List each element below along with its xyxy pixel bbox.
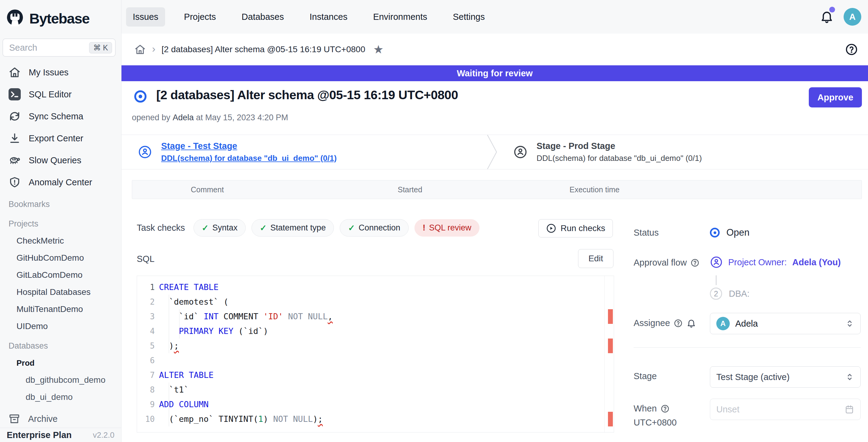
indent-guide	[179, 309, 180, 339]
sql-line-1: 1CREATE TABLE	[137, 280, 614, 294]
search-shortcut-badge: ⌘ K	[89, 42, 112, 54]
database-env-prod: Prod	[0, 354, 121, 372]
error-icon: !	[423, 223, 426, 232]
sync-icon	[8, 110, 21, 122]
sidebar-project-gitlabcomdemo[interactable]: GitLabComDemo	[0, 266, 121, 284]
chevron-up-down-icon	[845, 372, 854, 382]
issue-title: [2 databases] Alter schema @05-15 16:19 …	[156, 88, 458, 102]
sidebar-item-export-center[interactable]: Export Center	[0, 127, 121, 149]
brand-logo[interactable]: Bytebase	[0, 0, 121, 31]
star-icon[interactable]: ★	[373, 43, 384, 56]
stage-test-stage[interactable]: Stage - Test Stage DDL(schema) for datab…	[138, 135, 337, 169]
sidebar-item-archive[interactable]: Archive	[0, 409, 121, 429]
check-pill-syntax[interactable]: ✓Syntax	[193, 219, 246, 236]
approve-button[interactable]: Approve	[809, 87, 862, 107]
sidebar-database-db_ui_demo[interactable]: db_ui_demo	[0, 388, 121, 406]
sidebar-project-hospital-databases[interactable]: Hospital Databases	[0, 284, 121, 301]
stage-title[interactable]: Stage - Test Stage	[161, 141, 337, 151]
breadcrumb-title[interactable]: [2 databases] Alter schema @05-15 16:19 …	[161, 44, 365, 54]
stage-task-link[interactable]: DDL(schema) for database "db_ui_demo" (0…	[161, 154, 337, 163]
sql-code: 1CREATE TABLE2 `demotest` (3 `id` INT CO…	[137, 280, 614, 427]
issue-author[interactable]: Adela	[173, 113, 194, 122]
stage-pipeline: Stage - Test Stage DDL(schema) for datab…	[121, 135, 868, 169]
notifications-bell-icon[interactable]	[820, 10, 834, 24]
line-number: 9	[137, 397, 155, 412]
when-datetime-input[interactable]: Unset	[710, 399, 861, 420]
sql-line-4: 4 PRIMARY KEY (`id`)	[137, 324, 614, 339]
stage-select-label: Stage	[633, 371, 657, 381]
turtle-icon	[8, 154, 21, 166]
tab-environments[interactable]: Environments	[366, 7, 434, 27]
user-avatar[interactable]: A	[844, 8, 861, 26]
stage-select[interactable]: Test Stage (active)	[710, 366, 861, 388]
line-number: 2	[137, 294, 155, 309]
stage-prod-stage[interactable]: Stage - Prod Stage DDL(schema) for datab…	[513, 135, 702, 169]
projects-section-header: Projects	[0, 215, 121, 232]
run-checks-label: Run checks	[561, 223, 605, 233]
help-icon[interactable]	[845, 43, 858, 56]
approver-role: DBA:	[729, 289, 750, 299]
tab-databases[interactable]: Databases	[235, 7, 291, 27]
edit-sql-button[interactable]: Edit	[578, 249, 614, 268]
sidebar-item-anomaly-center[interactable]: Anomaly Center	[0, 171, 121, 193]
home-icon[interactable]	[134, 44, 146, 55]
check-pill-statement-type[interactable]: ✓Statement type	[251, 219, 334, 236]
sidebar-project-uidemo[interactable]: UIDemo	[0, 318, 121, 335]
notification-dot	[829, 7, 835, 12]
check-pill-connection[interactable]: ✓Connection	[340, 219, 408, 236]
plan-row: Enterprise Plan v2.2.0	[0, 428, 121, 442]
stage-task-link[interactable]: DDL(schema) for database "db_ui_demo" (0…	[536, 154, 702, 163]
sidebar-database-db_githubcom_demo[interactable]: db_githubcom_demo	[0, 372, 121, 388]
sidebar-item-slow-queries[interactable]: Slow Queries	[0, 149, 121, 171]
subscribe-bell-icon[interactable]	[686, 318, 696, 328]
sidebar-nav: My IssuesSQL EditorSync SchemaExport Cen…	[0, 61, 121, 429]
sql-line-7: 7ALTER TABLE	[137, 368, 614, 382]
check-pill-sql-review[interactable]: !SQL review	[414, 219, 480, 236]
error-marker-line-10	[608, 412, 613, 427]
opened-by-prefix: opened by	[132, 113, 170, 122]
bytebase-logo-icon	[5, 8, 25, 28]
sidebar-project-multitenantdemo[interactable]: MultiTenantDemo	[0, 301, 121, 318]
search-input[interactable]: Search ⌘ K	[2, 38, 116, 57]
person-circle-icon	[138, 145, 152, 159]
question-circle-icon[interactable]	[674, 319, 683, 328]
approver-name[interactable]: Adela (You)	[792, 257, 841, 267]
error-marker-line-3	[608, 309, 613, 324]
person-circle-icon	[710, 256, 723, 269]
tab-settings[interactable]: Settings	[446, 7, 492, 27]
opened-at: May 15, 2023 4:20 PM	[205, 113, 288, 122]
sidebar-item-my-issues[interactable]: My Issues	[0, 61, 121, 83]
question-circle-icon[interactable]	[660, 404, 670, 413]
tab-projects[interactable]: Projects	[177, 7, 223, 27]
line-number: 6	[137, 353, 155, 368]
check-icon: ✓	[348, 223, 355, 233]
tab-instances[interactable]: Instances	[303, 7, 354, 27]
assignee-select[interactable]: A Adela	[710, 313, 861, 334]
approval-flow-label: Approval flow	[633, 258, 700, 268]
brand-name: Bytebase	[29, 10, 89, 27]
plan-version: v2.2.0	[93, 431, 115, 440]
shield-icon	[8, 176, 21, 188]
sql-line-5: 5 );	[137, 339, 614, 353]
run-checks-button[interactable]: Run checks	[538, 219, 613, 238]
chevron-right-icon: ›	[152, 43, 155, 55]
check-icon: ✓	[202, 223, 209, 233]
chevron-up-down-icon	[845, 319, 854, 328]
editor-scrollbar[interactable]	[604, 276, 604, 432]
sidebar-project-checkmetric[interactable]: CheckMetric	[0, 232, 121, 249]
question-circle-icon[interactable]	[690, 258, 700, 267]
sidebar-project-githubcomdemo[interactable]: GitHubComDemo	[0, 249, 121, 266]
issue-meta: opened by Adela at May 15, 2023 4:20 PM	[132, 113, 288, 122]
check-icon: ✓	[260, 223, 267, 233]
stage-title[interactable]: Stage - Prod Stage	[536, 141, 702, 151]
sql-editor[interactable]: 1CREATE TABLE2 `demotest` (3 `id` INT CO…	[137, 276, 614, 433]
status-label: Status	[633, 228, 659, 238]
tab-issues[interactable]: Issues	[126, 7, 165, 27]
sidebar-item-sql-editor[interactable]: SQL Editor	[0, 83, 121, 105]
when-placeholder: Unset	[716, 405, 740, 414]
sidebar-item-sync-schema[interactable]: Sync Schema	[0, 105, 121, 127]
approval-step-2: 2 DBA:	[710, 288, 750, 300]
assignee-label: Assignee	[633, 318, 696, 328]
when-timezone: UTC+0800	[633, 418, 677, 428]
task-checks-row: Task checks ✓Syntax✓Statement type✓Conne…	[137, 219, 614, 238]
